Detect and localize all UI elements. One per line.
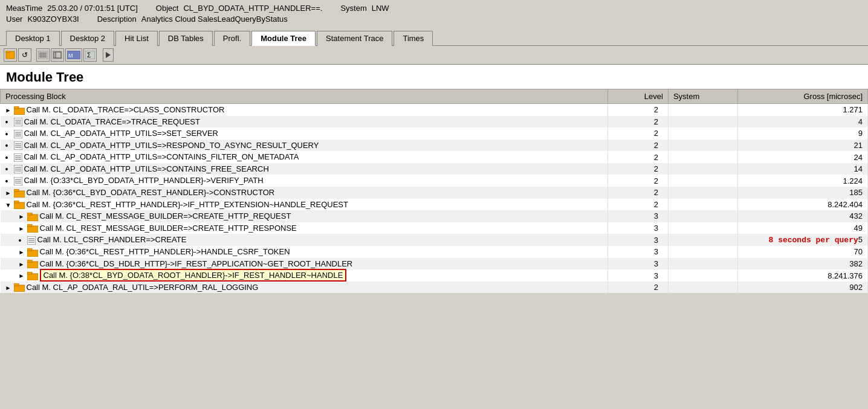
svg-rect-54 xyxy=(27,248,32,251)
bullet-icon[interactable]: • xyxy=(5,130,13,138)
system-cell xyxy=(668,282,737,294)
toolbar-btn-3[interactable] xyxy=(36,48,50,62)
bullet-icon[interactable]: • xyxy=(5,118,13,126)
table-row: ►Call M. {O:36*CL_REST_HTTP_HANDLER}->HA… xyxy=(1,246,868,258)
gross-cell: 8 seconds per query5 xyxy=(737,234,867,246)
gross-cell: 21 xyxy=(737,140,867,152)
processing-block-cell: ►Call M. {O:36*CL_DS_HDLR_HTTP}->IF_REST… xyxy=(1,258,608,270)
level-cell: 2 xyxy=(607,151,668,163)
folder-icon xyxy=(27,224,40,233)
expand-triangle-icon[interactable]: ► xyxy=(5,190,13,196)
processing-block-cell: ►Call M. CL_AP_ODATA_RAL_UTIL=>PERFORM_R… xyxy=(1,282,608,294)
system-cell xyxy=(668,175,737,187)
toolbar-btn-5[interactable]: M xyxy=(65,48,82,62)
svg-rect-42 xyxy=(14,189,19,192)
bullet-icon[interactable]: • xyxy=(5,141,13,150)
gross-value: 5 xyxy=(858,235,863,244)
table-row: •Call M. LCL_CSRF_HANDLER=>CREATE38 seco… xyxy=(1,234,868,246)
toolbar-btn-7[interactable] xyxy=(103,48,114,62)
system-cell xyxy=(668,210,737,222)
folder-icon xyxy=(14,105,27,114)
block-text: Call M. {O:33*CL_BYD_ODATA_HTTP_HANDLER}… xyxy=(24,176,264,185)
table-row: ►Call M. {O:36*CL_BYD_ODATA_REST_HANDLER… xyxy=(1,187,868,199)
toolbar-separator-1 xyxy=(33,49,35,61)
bullet-icon[interactable]: • xyxy=(5,153,13,162)
table-row: ►Call M. CL_REST_MESSAGE_BUILDER=>CREATE… xyxy=(1,222,868,234)
folder-icon xyxy=(14,200,27,209)
tab-times[interactable]: Times xyxy=(394,31,433,46)
doc-icon xyxy=(14,176,24,185)
level-cell: 2 xyxy=(607,140,668,152)
svg-rect-55 xyxy=(27,262,38,268)
user-value: K903ZOYBX3I xyxy=(27,14,79,24)
folder-icon xyxy=(27,259,40,268)
tab-desktop1[interactable]: Desktop 1 xyxy=(6,31,60,46)
tabs-bar: Desktop 1 Desktop 2 Hit List DB Tables P… xyxy=(0,28,868,45)
bullet-icon[interactable]: • xyxy=(5,177,13,185)
tab-profl[interactable]: Profl. xyxy=(214,31,250,46)
bullet-icon[interactable]: • xyxy=(19,236,26,245)
processing-block-cell: ►Call M. CL_REST_MESSAGE_BUILDER=>CREATE… xyxy=(1,222,608,234)
svg-rect-48 xyxy=(27,224,32,227)
table-row: •Call M. CL_AP_ODATA_HTTP_UTILS=>CONTAIN… xyxy=(1,151,868,163)
processing-block-cell: ▼Call M. {O:36*CL_REST_HTTP_HANDLER}->IF… xyxy=(1,199,608,211)
expand-triangle-icon[interactable]: ► xyxy=(5,107,13,114)
header-row-2: User K903ZOYBX3I Description Analytics C… xyxy=(6,14,862,24)
bullet-icon[interactable]: • xyxy=(5,165,13,173)
expand-triangle-icon[interactable]: ► xyxy=(19,261,26,268)
toolbar-btn-4[interactable] xyxy=(51,48,64,62)
tab-hitlist[interactable]: Hit List xyxy=(115,31,158,46)
system-cell xyxy=(668,187,737,199)
system-cell xyxy=(668,127,737,140)
level-cell: 3 xyxy=(607,246,668,258)
processing-block-cell: ►Call M. {O:38*CL_BYD_ODATA_ROOT_HANDLER… xyxy=(1,269,608,282)
level-cell: 2 xyxy=(607,199,668,211)
toolbar-btn-2[interactable]: ↺ xyxy=(18,48,31,62)
svg-rect-43 xyxy=(14,202,25,209)
expand-triangle-icon[interactable]: ► xyxy=(5,285,13,291)
processing-block-cell: ►Call M. CL_ODATA_TRACE=>CLASS_CONSTRUCT… xyxy=(1,104,608,116)
expand-triangle-icon[interactable]: ► xyxy=(19,249,26,256)
toolbar-separator-2 xyxy=(98,49,102,61)
level-cell: 2 xyxy=(607,282,668,294)
description-value: Analytics Cloud SalesLeadQueryByStatus xyxy=(141,14,288,24)
col-level: Level xyxy=(607,89,668,104)
system-cell xyxy=(668,116,737,128)
toolbar-btn-1[interactable] xyxy=(4,48,17,62)
tab-statementtrace[interactable]: Statement Trace xyxy=(317,31,392,46)
tab-dbtables[interactable]: DB Tables xyxy=(159,31,213,46)
main-content: ↺ M Σ Module Tree Processing Block xyxy=(0,45,868,293)
svg-rect-53 xyxy=(27,250,38,257)
expand-triangle-icon[interactable]: ► xyxy=(19,213,26,220)
tab-moduletree[interactable]: Module Tree xyxy=(251,31,316,46)
level-cell: 2 xyxy=(607,127,668,140)
system-label: System xyxy=(340,4,366,13)
gross-cell: 70 xyxy=(737,246,867,258)
gross-cell: 382 xyxy=(737,258,867,270)
collapse-icon[interactable]: ▼ xyxy=(5,202,13,208)
block-text: Call M. {O:36*CL_DS_HDLR_HTTP}->IF_REST_… xyxy=(40,259,353,268)
svg-rect-47 xyxy=(27,226,38,233)
level-cell: 3 xyxy=(607,269,668,282)
folder-icon xyxy=(27,247,40,256)
level-cell: 3 xyxy=(607,234,668,246)
expand-triangle-icon[interactable]: ► xyxy=(19,225,26,232)
block-text: Call M. CL_AP_ODATA_HTTP_UTILS=>CONTAINS… xyxy=(24,164,269,173)
expand-triangle-icon[interactable]: ► xyxy=(19,272,26,279)
tab-desktop2[interactable]: Desktop 2 xyxy=(61,31,115,46)
level-cell: 2 xyxy=(607,187,668,199)
object-value: CL_BYD_ODATA_HTTP_HANDLER==. xyxy=(183,4,322,13)
block-text: Call M. {O:36*CL_BYD_ODATA_REST_HANDLER}… xyxy=(27,188,275,197)
col-system: System xyxy=(668,89,737,104)
col-processing-block: Processing Block xyxy=(1,89,608,104)
gross-cell: 14 xyxy=(737,163,867,175)
system-cell xyxy=(668,234,737,246)
gross-cell: 49 xyxy=(737,222,867,234)
gross-cell: 902 xyxy=(737,282,867,294)
table-row: ►Call M. CL_AP_ODATA_RAL_UTIL=>PERFORM_R… xyxy=(1,282,868,294)
table-header-row: Processing Block Level System Gross [mic… xyxy=(1,89,868,104)
toolbar-btn-6[interactable]: Σ xyxy=(83,48,97,62)
module-tree-table: Processing Block Level System Gross [mic… xyxy=(0,89,868,293)
meastime-value: 25.03.20 / 07:01:51 [UTC] xyxy=(47,4,138,13)
meastime-item: MeasTime 25.03.20 / 07:01:51 [UTC] xyxy=(6,4,138,13)
